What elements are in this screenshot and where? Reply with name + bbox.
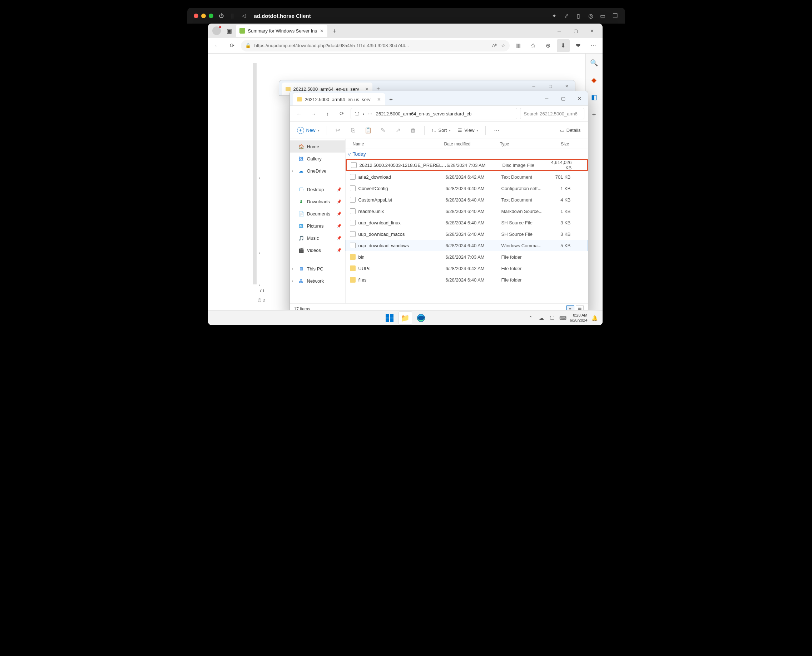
edge-close-button[interactable]: ✕ [584, 23, 600, 38]
nav-back-icon[interactable]: ← [293, 108, 305, 119]
file-row[interactable]: UUPs6/28/2024 6:42 AMFile folder [346, 263, 588, 274]
sidebar-item-music[interactable]: 🎵Music📌 [290, 232, 345, 244]
read-aloud-icon[interactable]: Aᵇ [492, 43, 497, 48]
notifications-icon[interactable]: 🔔 [591, 314, 598, 322]
new-tab-button[interactable]: ＋ [329, 25, 340, 36]
ellipsis-icon[interactable]: ⋯ [368, 111, 372, 116]
col-size[interactable]: Size [546, 141, 573, 147]
path-box[interactable]: 🖵 › ⋯ 26212.5000_arm64_en-us_serverstand… [350, 108, 517, 119]
sidebar-item-documents[interactable]: 📄Documents📌 [290, 207, 345, 220]
more-icon[interactable]: ⋯ [587, 39, 600, 52]
new-button[interactable]: +New▾ [295, 125, 322, 136]
expand-icon[interactable]: ⤢ [563, 12, 570, 19]
explorer-max-button[interactable]: ▢ [555, 91, 572, 105]
taskbar-edge-icon[interactable] [414, 311, 428, 325]
sidebar-add-icon[interactable]: ＋ [588, 108, 600, 120]
tray-cloud-icon[interactable]: ☁ [538, 314, 545, 322]
profile-icon[interactable] [212, 26, 221, 35]
bg-min-button[interactable]: ─ [526, 80, 542, 92]
file-row[interactable]: aria2_download6/28/2024 6:42 AMText Docu… [346, 171, 588, 183]
sidebar-item-pictures[interactable]: 🖼Pictures📌 [290, 220, 345, 232]
share-icon[interactable]: ↗ [392, 125, 404, 136]
sidebar-item-videos[interactable]: 🎬Videos📌 [290, 244, 345, 256]
favorite-star-icon[interactable]: ☆ [501, 43, 505, 48]
details-button[interactable]: ▭ Details [558, 125, 583, 136]
file-row[interactable]: ConvertConfig6/28/2024 6:40 AMConfigurat… [346, 183, 588, 194]
sparkle-icon[interactable]: ✦ [551, 12, 558, 19]
sidebar-item-onedrive[interactable]: ›☁OneDrive [290, 165, 345, 177]
edge-max-button[interactable]: ▢ [567, 23, 584, 38]
taskbar-clock[interactable]: 8:28 AM 6/28/2024 [570, 313, 587, 322]
pause-icon[interactable]: ‖ [229, 12, 236, 19]
browser-tab[interactable]: Summary for Windows Server Ins ✕ [236, 25, 328, 37]
copy-icon[interactable]: ⎘ [347, 125, 359, 136]
explorer-tab[interactable]: 26212.5000_arm64_en-us_serv ✕ [293, 93, 385, 105]
search-input[interactable]: Search 26212.5000_arm6 [520, 108, 584, 119]
nav-refresh-icon[interactable]: ⟳ [336, 108, 348, 119]
column-headers[interactable]: Name Date modified Type Size [346, 139, 588, 149]
file-row[interactable]: uup_download_windows6/28/2024 6:40 AMWin… [346, 240, 588, 251]
file-row[interactable]: 26212.5000.240503-1218.GE_PRERELEASE_...… [346, 159, 588, 171]
explorer-new-tab[interactable]: ＋ [385, 93, 397, 105]
power-icon[interactable]: ⏻ [218, 12, 225, 19]
more-icon[interactable]: ⋯ [491, 125, 503, 136]
close-tab-icon[interactable]: ✕ [377, 97, 381, 102]
taskbar-explorer-icon[interactable]: 📁 [398, 311, 412, 325]
sidebar-item-home[interactable]: 🏠Home [290, 141, 345, 153]
edge-min-button[interactable]: ─ [551, 23, 567, 38]
sidebar-search-icon[interactable]: 🔍 [588, 57, 600, 69]
tray-chevron-icon[interactable]: ⌃ [527, 314, 534, 322]
rename-icon[interactable]: ✎ [377, 125, 389, 136]
bg-close-button[interactable]: ✕ [559, 80, 575, 92]
folder-icon[interactable]: ▭ [599, 12, 606, 19]
file-row[interactable]: bin6/28/2024 7:03 AMFile folder [346, 251, 588, 263]
start-button[interactable] [383, 311, 396, 325]
tab-actions-icon[interactable]: ▣ [225, 26, 234, 36]
extensions-icon[interactable]: ❤ [572, 39, 585, 52]
nav-back-icon[interactable]: ← [211, 39, 224, 52]
nav-refresh-icon[interactable]: ⟳ [226, 39, 239, 52]
nav-fwd-icon[interactable]: → [308, 108, 319, 119]
back-icon[interactable]: ◁ [240, 12, 248, 19]
sidebar-item-thispc[interactable]: ›🖥This PC [290, 263, 345, 275]
split-screen-icon[interactable]: ▥ [512, 39, 525, 52]
file-row[interactable]: files6/28/2024 6:40 AMFile folder [346, 274, 588, 285]
view-button[interactable]: ☰ View ▾ [456, 125, 480, 136]
nav-up-icon[interactable]: ↑ [322, 108, 333, 119]
cut-icon[interactable]: ✂ [332, 125, 344, 136]
sidebar-item-downloads[interactable]: ⬇Downloads📌 [290, 195, 345, 207]
max-dot[interactable] [209, 14, 213, 18]
sidebar-item-gallery[interactable]: 🖼Gallery [290, 153, 345, 165]
globe-icon[interactable]: ◎ [587, 12, 594, 19]
downloads-icon[interactable]: ⬇ [557, 39, 570, 52]
sidebar-office-icon[interactable]: ◆ [588, 74, 600, 86]
sidebar-item-desktop[interactable]: 🖵Desktop📌 [290, 183, 345, 195]
col-date[interactable]: Date modified [444, 141, 500, 147]
min-dot[interactable] [201, 14, 206, 18]
paste-icon[interactable]: 📋 [362, 125, 374, 136]
file-row[interactable]: uup_download_linux6/28/2024 6:40 AMSH So… [346, 217, 588, 228]
windows-icon[interactable]: ❐ [612, 12, 619, 19]
traffic-lights[interactable] [194, 14, 213, 18]
collections-icon[interactable]: ⊕ [542, 39, 555, 52]
delete-icon[interactable]: 🗑 [407, 125, 419, 136]
col-name[interactable]: Name [346, 141, 444, 147]
close-tab-icon[interactable]: ✕ [320, 28, 324, 34]
sidebar-item-network[interactable]: ›🖧Network [290, 275, 345, 287]
bg-max-button[interactable]: ▢ [542, 80, 559, 92]
address-bar[interactable]: 🔒 https://uupdump.net/download.php?id=cb… [241, 40, 510, 51]
sort-button[interactable]: ↑↓ Sort ▾ [429, 125, 453, 136]
explorer-close-button[interactable]: ✕ [572, 91, 588, 105]
favorites-icon[interactable]: ✩ [527, 39, 540, 52]
col-type[interactable]: Type [500, 141, 546, 147]
file-row[interactable]: readme.unix6/28/2024 6:40 AMMarkdown Sou… [346, 206, 588, 217]
file-row[interactable]: uup_download_macos6/28/2024 6:40 AMSH So… [346, 228, 588, 240]
tray-keyboard-icon[interactable]: ⌨ [559, 314, 566, 322]
file-row[interactable]: CustomAppsList6/28/2024 6:40 AMText Docu… [346, 194, 588, 206]
explorer-min-button[interactable]: ─ [539, 91, 555, 105]
sidebar-outlook-icon[interactable]: ◧ [588, 91, 600, 103]
tray-display-icon[interactable]: 🖵 [549, 314, 556, 322]
device-icon[interactable]: ▯ [575, 12, 582, 19]
close-dot[interactable] [194, 14, 198, 18]
group-header[interactable]: ▽Today [346, 149, 588, 159]
